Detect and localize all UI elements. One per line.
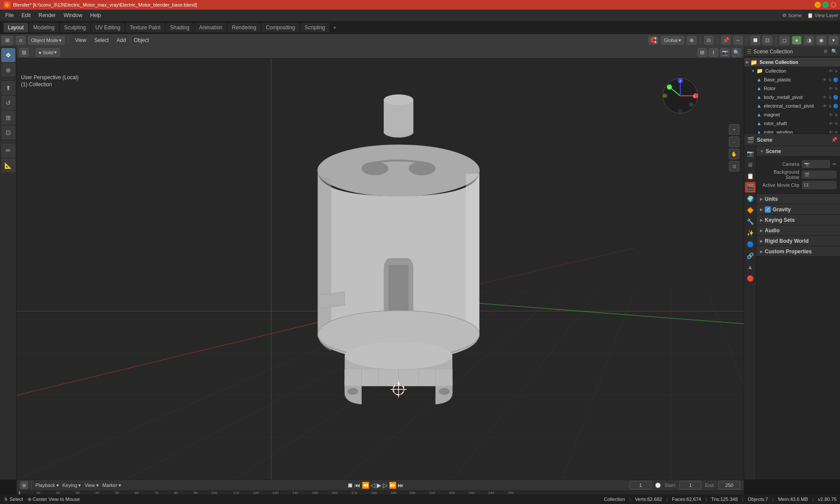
vp-view-grid-btn[interactable]: ⊞ [697, 48, 707, 57]
menu-render[interactable]: Render [35, 11, 59, 19]
snap-to-button[interactable]: 🧲 [648, 36, 658, 45]
tab-scripting[interactable]: Scripting [300, 23, 329, 32]
scale-tool-btn[interactable]: ⊞ [1, 111, 15, 125]
minimize-button[interactable]: ─ [815, 2, 821, 8]
annotate-tool-btn[interactable]: ✏ [1, 144, 15, 158]
viewport-add-menu[interactable]: Add [114, 36, 129, 44]
keying-sets-section-header[interactable]: ▶ Keying Sets [756, 215, 840, 225]
tab-modeling[interactable]: Modeling [29, 23, 59, 32]
orbit-btn[interactable]: ⊙ [729, 161, 739, 172]
outliner-rotor-shaft[interactable]: ▲ rotor_shaft 👁 🖱 [744, 119, 840, 128]
outliner-rotor-winding[interactable]: ▲ rotor_winding 👁 🖱 [744, 128, 840, 134]
rigid-body-section-header[interactable]: ▶ Rigid Body World [756, 236, 840, 246]
movie-clip-value[interactable]: 🎞 [802, 181, 836, 189]
select-tool-btn[interactable]: ✥ [1, 48, 15, 62]
step-forward-btn[interactable]: ⏩ [389, 482, 396, 489]
playback-dropdown[interactable]: Playback ▾ [35, 483, 59, 488]
material-preview-btn[interactable]: ◑ [804, 36, 814, 45]
vp-camera-btn[interactable]: 📷 [720, 48, 730, 57]
rotate-tool-btn[interactable]: ↺ [1, 96, 15, 110]
marker-dropdown[interactable]: Marker ▾ [102, 483, 121, 488]
modifier-props-icon[interactable]: 🔧 [745, 216, 756, 227]
custom-props-section-header[interactable]: ▶ Custom Properties [756, 246, 840, 257]
scene-props-icon[interactable]: 🎬 [745, 182, 756, 192]
properties-pin-btn[interactable]: 📌 [831, 137, 837, 143]
tab-compositing[interactable]: Compositing [262, 23, 300, 32]
particles-props-icon[interactable]: ✨ [745, 228, 756, 238]
vp-search-btn[interactable]: 🔍 [732, 48, 741, 57]
scene-section-header[interactable]: ▼ Scene [756, 146, 840, 157]
outliner-filter-icon[interactable]: ⚙ [823, 49, 828, 54]
tab-uv-editing[interactable]: UV Editing [91, 23, 125, 32]
close-button[interactable]: ✕ [830, 2, 836, 8]
tab-rendering[interactable]: Rendering [228, 23, 260, 32]
vp-view-walk-btn[interactable]: 🚶 [709, 48, 718, 57]
navigation-gizmo[interactable]: X Y Z [661, 76, 700, 116]
material-props-icon[interactable]: 🔴 [745, 273, 756, 284]
measure-tool-btn[interactable]: 📐 [1, 158, 15, 172]
viewport-type-btn[interactable]: ⊞ [19, 48, 29, 57]
tab-add-button[interactable]: + [330, 22, 339, 33]
move-tool-btn[interactable]: ⬆ [1, 81, 15, 95]
tab-layout[interactable]: Layout [4, 23, 28, 32]
menu-help[interactable]: Help [87, 11, 105, 19]
outliner-electrical-contact[interactable]: ▲ electrical_contact_pivot 👁 🖱 🔵 [744, 102, 840, 110]
current-frame-input[interactable]: 1 [630, 481, 651, 490]
outliner-scene-collection[interactable]: ▶ 📁 Scene Collection [744, 58, 840, 66]
camera-edit-btn[interactable]: ✏ [833, 161, 836, 167]
main-viewport[interactable]: ⊞ ● Solid ▾ ⊞ 🚶 📷 🔍 [17, 46, 744, 480]
units-section-header[interactable]: ▶ Units [756, 194, 840, 204]
wireframe-btn[interactable]: ◻ [780, 36, 789, 45]
prev-key-btn[interactable]: ◁ [371, 482, 375, 489]
gravity-checkbox[interactable]: ✓ [765, 206, 771, 213]
zoom-in-btn[interactable]: + [729, 124, 739, 135]
output-props-icon[interactable]: 🖥 [745, 159, 756, 170]
zoom-out-btn[interactable]: - [729, 136, 739, 147]
tl-view-dropdown[interactable]: View ▾ [84, 483, 99, 488]
outliner-body-metall[interactable]: ▲ body_metall_pivot 👁 🖱 🔵 [744, 93, 840, 102]
mode-dropdown[interactable]: Object Mode ▾ [28, 36, 65, 45]
step-back-btn[interactable]: ⏪ [362, 482, 369, 489]
play-stop-btn[interactable]: ⏹ [347, 482, 353, 489]
viewport-select-menu[interactable]: Select [91, 36, 111, 44]
cursor-tool-btn[interactable]: ⊕ [1, 63, 15, 77]
viewport-view-menu[interactable]: View [72, 36, 89, 44]
start-frame-input[interactable]: 1 [679, 481, 701, 490]
overlay-btn[interactable]: 🔲 [750, 36, 760, 45]
menu-window[interactable]: Window [60, 11, 86, 19]
next-key-btn[interactable]: ▷ [383, 482, 388, 489]
local-view-btn[interactable]: ⊙ [16, 36, 25, 45]
outliner-base-plastic[interactable]: ▲ Base_plastic 👁 🖱 🔵 [744, 75, 840, 84]
constraints-props-icon[interactable]: 🔗 [745, 250, 756, 261]
jump-start-btn[interactable]: ⏮ [354, 482, 360, 489]
viewport-3d[interactable]: User Perspective (Local) (1) Collection … [17, 59, 744, 480]
mirror-btn[interactable]: ↔ [733, 36, 743, 45]
timeline-ruler[interactable]: 1 10 20 30 40 50 60 70 80 90 100 110 120… [17, 491, 744, 494]
timeline-type-btn[interactable]: ⊞ [20, 481, 28, 489]
end-frame-input[interactable]: 250 [718, 481, 740, 490]
keying-dropdown[interactable]: Keying ▾ [63, 483, 81, 488]
outliner-magnet[interactable]: ▲ magnet 👁 🖱 [744, 110, 840, 119]
outliner-search-icon[interactable]: 🔍 [831, 49, 837, 54]
maximize-button[interactable]: □ [822, 2, 829, 8]
shading-options-btn[interactable]: ▾ [829, 36, 838, 45]
physics-props-icon[interactable]: 🔵 [745, 239, 756, 249]
transform-pivot-dropdown[interactable]: Global ▾ [661, 36, 684, 45]
data-props-icon[interactable]: ▲ [745, 262, 756, 272]
tab-sculpting[interactable]: Sculpting [60, 23, 90, 32]
gravity-section-header[interactable]: ▶ ✓ Gravity [756, 204, 840, 215]
play-btn[interactable]: ▶ [377, 482, 382, 489]
transform-tool-btn[interactable]: ⊡ [1, 126, 15, 140]
render-props-icon[interactable]: 📷 [745, 148, 756, 158]
menu-file[interactable]: File [2, 11, 17, 19]
bg-scene-value[interactable]: 🎬 [802, 171, 836, 178]
viewport-object-menu[interactable]: Object [131, 36, 152, 44]
object-props-icon[interactable]: 🔶 [745, 205, 756, 215]
transform-orientation-btn[interactable]: ⊕ [687, 36, 696, 45]
rendered-btn[interactable]: ◉ [816, 36, 826, 45]
outliner-rotor[interactable]: ▲ Rotor 👁 🖱 [744, 84, 840, 93]
proportional-edit-btn[interactable]: ⊙ [704, 36, 714, 45]
viewport-shading-dropdown[interactable]: ● Solid ▾ [35, 48, 60, 57]
audio-section-header[interactable]: ▶ Audio [756, 225, 840, 236]
view-layer-props-icon[interactable]: 📋 [745, 171, 756, 181]
